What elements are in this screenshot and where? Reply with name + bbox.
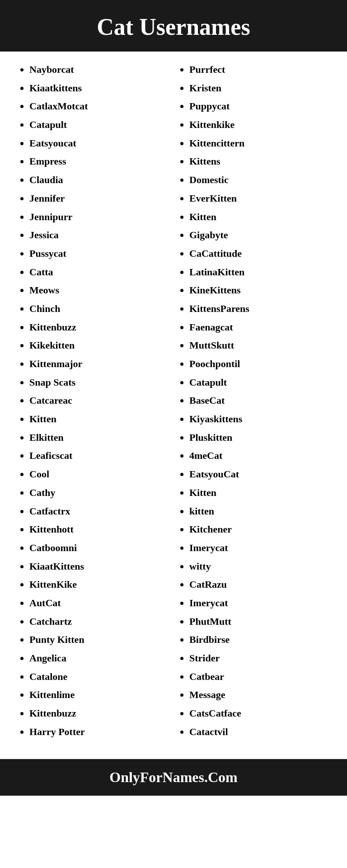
right-list: PurrfectKristenPuppycatKittenkikeKittenc…	[178, 61, 329, 741]
page-title: Cat Usernames	[9, 14, 338, 40]
list-item: Catactvil	[189, 723, 329, 741]
list-item: Kitten	[29, 410, 169, 429]
list-item: Faenagcat	[189, 318, 329, 337]
list-item: Gigabyte	[189, 226, 329, 245]
list-item: Nayborcat	[29, 61, 169, 79]
list-item: Chinch	[29, 300, 169, 318]
left-column: NayborcatKiaatkittensCatlaxMotcatCatapul…	[14, 61, 174, 741]
list-item: Kittenkike	[189, 116, 329, 134]
list-item: Catta	[29, 263, 169, 282]
list-item: Imerycat	[189, 594, 329, 613]
list-item: Elkitten	[29, 429, 169, 447]
list-item: Kittenbuzz	[29, 704, 169, 723]
list-item: Meows	[29, 281, 169, 300]
list-item: Kristen	[189, 79, 329, 98]
list-item: Message	[189, 686, 329, 704]
list-item: Jessica	[29, 226, 169, 245]
list-item: Kittenbuzz	[29, 318, 169, 337]
list-item: Catboomni	[29, 539, 169, 557]
list-item: Kittens	[189, 152, 329, 171]
list-item: CaCattitude	[189, 245, 329, 263]
list-item: Birdbirse	[189, 631, 329, 649]
list-item: Kitchener	[189, 520, 329, 539]
list-item: Punty Kitten	[29, 631, 169, 649]
list-item: Poochpontil	[189, 355, 329, 373]
list-item: kitten	[189, 502, 329, 521]
list-item: Claudia	[29, 171, 169, 189]
list-item: PhutMutt	[189, 613, 329, 631]
list-item: Purrfect	[189, 61, 329, 79]
list-item: 4meCat	[189, 447, 329, 465]
list-item: Catchartz	[29, 613, 169, 631]
list-item: Snap Scats	[29, 373, 169, 392]
list-item: Leaficscat	[29, 447, 169, 465]
list-item: Empress	[29, 152, 169, 171]
list-item: KittensParens	[189, 300, 329, 318]
columns-container: NayborcatKiaatkittensCatlaxMotcatCatapul…	[14, 61, 333, 741]
list-item: Pluskitten	[189, 429, 329, 447]
list-item: Strider	[189, 649, 329, 668]
list-item: MuttSkutt	[189, 336, 329, 355]
list-item: EatsyouCat	[189, 465, 329, 484]
list-item: KiaatKittens	[29, 557, 169, 576]
footer-label: OnlyForNames.Com	[109, 769, 238, 785]
list-item: CatlaxMotcat	[29, 97, 169, 116]
list-item: CatRazu	[189, 576, 329, 594]
list-item: Eatsyoucat	[29, 134, 169, 153]
list-item: Angelica	[29, 649, 169, 668]
list-item: Kittencittern	[189, 134, 329, 153]
list-item: Pussycat	[29, 245, 169, 263]
list-item: CatsCatface	[189, 704, 329, 723]
list-item: KineKittens	[189, 281, 329, 300]
list-item: Kitten	[189, 484, 329, 502]
list-item: Imerycat	[189, 539, 329, 557]
list-item: Kiaatkittens	[29, 79, 169, 98]
list-item: BaseCat	[189, 392, 329, 410]
header: Cat Usernames	[0, 0, 347, 52]
list-item: Catfactrx	[29, 502, 169, 521]
list-item: KittenKike	[29, 576, 169, 594]
list-item: Catapult	[29, 116, 169, 134]
list-item: Domestic	[189, 171, 329, 189]
list-item: Jennipurr	[29, 208, 169, 226]
list-item: Kittenlime	[29, 686, 169, 704]
list-item: Puppycat	[189, 97, 329, 116]
list-item: Kittenmajor	[29, 355, 169, 373]
list-item: Kitten	[189, 208, 329, 226]
list-item: Catcareac	[29, 392, 169, 410]
page-wrapper: Cat Usernames NayborcatKiaatkittensCatla…	[0, 0, 347, 796]
list-item: witty	[189, 557, 329, 576]
content: NayborcatKiaatkittensCatlaxMotcatCatapul…	[0, 52, 347, 750]
list-item: Catapult	[189, 373, 329, 392]
footer: OnlyForNames.Com	[0, 759, 347, 796]
list-item: EverKitten	[189, 189, 329, 208]
list-item: LatinaKitten	[189, 263, 329, 282]
left-list: NayborcatKiaatkittensCatlaxMotcatCatapul…	[18, 61, 169, 741]
list-item: Harry Potter	[29, 723, 169, 741]
right-column: PurrfectKristenPuppycatKittenkikeKittenc…	[174, 61, 333, 741]
list-item: Kikekitten	[29, 336, 169, 355]
list-item: Jennifer	[29, 189, 169, 208]
list-item: AutCat	[29, 594, 169, 613]
list-item: Kittenhott	[29, 520, 169, 539]
list-item: Catalone	[29, 668, 169, 686]
list-item: Cool	[29, 465, 169, 484]
list-item: Cathy	[29, 484, 169, 502]
list-item: Kiyaskittens	[189, 410, 329, 429]
list-item: Catbear	[189, 668, 329, 686]
